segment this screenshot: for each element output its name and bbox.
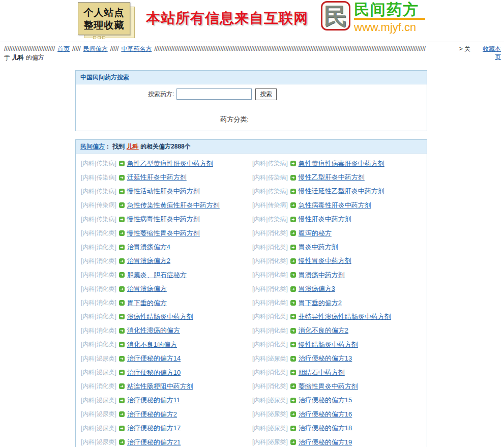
remedy-link[interactable]: 治疗便秘的偏方16 [299, 410, 352, 419]
remedy-link[interactable]: 治疗便秘的偏方14 [127, 354, 181, 363]
remedy-link[interactable]: 治疗便秘的偏方13 [299, 354, 352, 363]
remedy-link[interactable]: 胃下垂的偏方2 [299, 299, 342, 308]
remedy-link[interactable]: 腹泻的秘方 [299, 229, 332, 238]
arrow-bullet-icon: ➜ [119, 398, 125, 403]
remedy-link[interactable]: 萎缩性胃炎中药方剂 [299, 382, 358, 391]
remedy-link[interactable]: 溃疡性结肠炎中药方剂 [127, 312, 193, 321]
remedy-link[interactable]: 治疗便秘的偏方15 [299, 396, 352, 405]
remedy-row: [内科|消化类] ➜ 胃溃疡偏方3 [252, 282, 427, 296]
remedy-row: [内科|消化类] ➜ 治胃溃疡偏方 [81, 282, 252, 296]
remedy-link[interactable]: 胃溃疡中药方剂 [299, 271, 345, 280]
remedy-link[interactable]: 治疗便秘的偏方18 [299, 424, 352, 433]
category-tag: [内科|传染病] [252, 159, 288, 168]
remedy-link[interactable]: 急性传染性黄疸性肝炎中药方剂 [127, 201, 220, 210]
remedy-link[interactable]: 治胃溃疡偏方2 [127, 256, 170, 265]
search-button[interactable]: 搜索 [255, 88, 277, 100]
remedy-link[interactable]: 胃炎中药方剂 [299, 243, 338, 252]
breadcrumb-link-home[interactable]: 首页 [57, 45, 70, 53]
remedy-link[interactable]: 慢性活动性肝炎中药方剂 [127, 187, 200, 196]
arrow-bullet-icon: ➜ [290, 189, 296, 194]
remedy-row: [内科|泌尿类] ➜ 治疗便秘的偏方14 [81, 351, 252, 365]
category-tag: [内科|消化类] [252, 257, 288, 265]
arrow-bullet-icon: ➜ [119, 175, 125, 181]
remedy-link[interactable]: 急性病毒性肝炎中药方剂 [299, 201, 371, 210]
remedy-link[interactable]: 慢性胃炎中药方剂 [299, 256, 351, 265]
breadcrumb-separator: ///// [110, 45, 119, 53]
breadcrumb-keyword: 儿科 [12, 54, 24, 61]
search-input[interactable] [176, 88, 252, 100]
remedy-link[interactable]: 慢性乙型肝炎中药方剂 [299, 173, 365, 182]
remedy-link[interactable]: 治胃溃疡偏方 [127, 284, 167, 293]
breadcrumb-tail-start: > 关 [459, 45, 470, 53]
remedy-link[interactable]: 非特异性溃疡性结肠炎中药方剂 [299, 312, 391, 321]
arrow-bullet-icon: ➜ [290, 217, 296, 222]
remedy-row: [内科|消化类] ➜ 治胃溃疡偏方4 [81, 240, 252, 254]
remedy-link[interactable]: 慢性萎缩性胃炎中药方剂 [127, 229, 200, 238]
arrow-bullet-icon: ➜ [290, 175, 296, 181]
breadcrumb-line1: ////////////////////////////// 首页 ///// … [4, 45, 470, 53]
results-column-left: [内科|传染病] ➜ 急性乙型黄疸性肝炎中药方剂 [内科|传染病] ➜ 迁延性肝… [76, 157, 252, 447]
site-badge: 个人站点 整理收藏 [78, 2, 139, 41]
remedy-link[interactable]: 消化不良的偏方2 [299, 326, 348, 335]
remedy-link[interactable]: 胃下垂的偏方 [127, 299, 167, 308]
arrow-bullet-icon: ➜ [119, 300, 125, 306]
arrow-bullet-icon: ➜ [290, 383, 296, 389]
remedy-row: [内科|消化类] ➜ 胆囊炎、胆石症秘方 [81, 268, 252, 282]
search-section: 中国民间药方搜索 搜索药方: 搜索 药方分类: [75, 70, 427, 131]
remedy-link[interactable]: 治疗便秘的偏方21 [127, 438, 181, 447]
remedy-row: [内科|消化类] ➜ 萎缩性胃炎中药方剂 [252, 379, 427, 393]
remedy-link[interactable]: 消化不良1的偏方 [127, 340, 177, 349]
page: 个人站点 整理收藏 本站所有信息来自互联网 民 民间药方 www.mjyf.cn… [0, 0, 504, 447]
remedy-link[interactable]: 胆结石中药方剂 [299, 368, 345, 377]
badge-line2: 整理收藏 [84, 19, 125, 32]
remedy-link[interactable]: 急性乙型黄疸性肝炎中药方剂 [127, 159, 213, 168]
remedy-link[interactable]: 迁延性肝炎中药方剂 [127, 173, 187, 182]
arrow-bullet-icon: ➜ [290, 356, 296, 362]
category-tag: [内科|泌尿类] [252, 410, 288, 419]
category-tag: [内科|消化类] [81, 243, 116, 252]
breadcrumb-link-herbal-formulas[interactable]: 中草药名方 [121, 45, 152, 53]
arrow-bullet-icon: ➜ [119, 370, 125, 375]
remedy-link[interactable]: 治胃溃疡偏方4 [127, 243, 170, 252]
remedy-row: [内科|泌尿类] ➜ 治疗便秘的偏方16 [252, 407, 427, 421]
remedy-row: [内科|消化类] ➜ 胃下垂的偏方 [81, 296, 252, 310]
results-body: [内科|传染病] ➜ 急性乙型黄疸性肝炎中药方剂 [内科|传染病] ➜ 迁延性肝… [76, 154, 427, 447]
category-tag: [内科|泌尿类] [252, 438, 288, 446]
category-tag: [内科|传染病] [252, 173, 288, 182]
remedy-link[interactable]: 治疗便秘的偏方10 [127, 368, 181, 377]
remedy-link[interactable]: 慢性迁延性乙型肝炎中药方剂 [299, 187, 384, 196]
bookmark-link[interactable]: 收藏本页 [481, 45, 501, 61]
category-tag: [内科|消化类] [81, 285, 116, 293]
results-keyword-link[interactable]: 儿科 [127, 143, 139, 150]
results-header: 民间偏方： 找到 儿科 的相关偏方2888个 [76, 140, 427, 154]
results-header-link[interactable]: 民间偏方 [80, 143, 105, 150]
remedy-link[interactable]: 治疗便秘的偏方11 [127, 396, 181, 405]
remedy-link[interactable]: 胃溃疡偏方3 [299, 284, 335, 293]
logo-title: 民间药方 [354, 1, 425, 18]
remedy-row: [内科|消化类] ➜ 非特异性溃疡性结肠炎中药方剂 [252, 310, 427, 323]
category-row: 药方分类: [76, 115, 427, 124]
remedy-link[interactable]: 胆囊炎、胆石症秘方 [127, 271, 187, 280]
remedy-link[interactable]: 治疗便秘的偏方17 [127, 424, 181, 433]
remedy-link[interactable]: 消化性溃疡的偏方 [127, 326, 180, 335]
remedy-link[interactable]: 粘连性肠梗阻中药方剂 [127, 382, 193, 391]
remedy-row: [内科|泌尿类] ➜ 治疗便秘的偏方13 [252, 351, 427, 365]
remedy-row: [内科|消化类] ➜ 消化不良的偏方2 [252, 324, 427, 338]
arrow-bullet-icon: ➜ [119, 383, 125, 389]
remedy-link[interactable]: 慢性肝炎中药方剂 [299, 215, 351, 224]
search-row: 搜索药方: 搜索 [76, 86, 427, 102]
breadcrumb-link-folk-remedies[interactable]: 民间偏方 [83, 45, 108, 53]
remedy-link[interactable]: 慢性病毒性肝炎中药方剂 [127, 215, 200, 224]
logo-underline [354, 18, 425, 20]
category-tag: [内科|泌尿类] [252, 396, 288, 405]
arrow-bullet-icon: ➜ [290, 314, 296, 319]
remedy-link[interactable]: 慢性结肠炎中药方剂 [299, 340, 358, 349]
site-logo[interactable]: 民 民间药方 www.mjyf.cn [321, 1, 425, 34]
category-tag: [内科|消化类] [252, 312, 288, 321]
remedy-link[interactable]: 急性黄疸性病毒肝炎中药方剂 [299, 159, 384, 168]
remedy-row: [内科|消化类] ➜ 消化不良1的偏方 [81, 338, 252, 351]
remedy-link[interactable]: 治疗便秘的偏方2 [127, 410, 177, 419]
category-tag: [内科|泌尿类] [81, 396, 116, 405]
remedy-link[interactable]: 治疗便秘的偏方19 [299, 438, 352, 447]
category-tag: [内科|泌尿类] [252, 354, 288, 363]
